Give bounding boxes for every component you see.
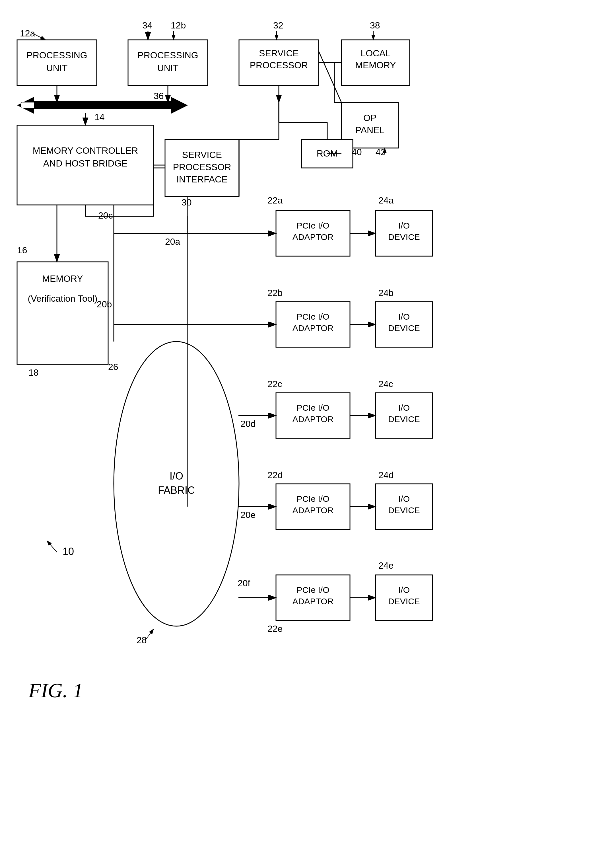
op-panel-label2: PANEL (355, 125, 385, 135)
sp-to-op (319, 51, 342, 102)
ref-34: 34 (142, 20, 152, 31)
ref-30: 30 (181, 197, 192, 208)
io-device-e-label: I/O (398, 585, 410, 595)
svg-line-8 (145, 629, 154, 640)
local-memory-label2: MEMORY (355, 60, 396, 70)
memory-vt-label: MEMORY (42, 273, 83, 284)
ref-22b: 22b (267, 288, 283, 298)
ref-16: 16 (17, 245, 27, 255)
ref-24a: 24a (379, 195, 394, 205)
spi-label3: INTERFACE (177, 174, 228, 184)
io-device-a-label: I/O (398, 221, 410, 230)
bus-arrow-left (17, 97, 34, 114)
spi-label: SERVICE (182, 150, 222, 160)
processing-unit-b-label: PROCESSING (137, 50, 198, 60)
spi-label2: PROCESSOR (173, 162, 231, 172)
ref-40: 40 (352, 147, 362, 157)
pcie-adaptor-e-label2: ADAPTOR (292, 596, 333, 606)
local-memory-label: LOCAL (361, 48, 391, 58)
ref-24d: 24d (379, 470, 393, 480)
ref-12b: 12b (171, 20, 186, 31)
ref-24e: 24e (379, 561, 393, 571)
io-device-c-label2: DEVICE (388, 415, 420, 424)
io-device-c-label: I/O (398, 403, 410, 412)
ref-18: 18 (28, 367, 39, 378)
ref-24b: 24b (379, 288, 393, 298)
processing-unit-a-label2: UNIT (46, 63, 68, 73)
bus-line (34, 101, 171, 109)
pcie-adaptor-c-label: PCIe I/O (296, 403, 329, 412)
ref-20e: 20e (240, 510, 255, 520)
ref-32: 32 (273, 20, 283, 31)
memory-vt-label2: (Verification Tool) (28, 294, 97, 304)
memory-controller-label: MEMORY CONTROLLER (33, 145, 138, 156)
ref-38: 38 (370, 20, 380, 31)
ref-22d: 22d (267, 470, 283, 480)
io-fabric-label2: FABRIC (158, 484, 195, 496)
ref-24c: 24c (379, 379, 393, 389)
io-device-b-label2: DEVICE (388, 323, 420, 333)
memory-controller-label2: AND HOST BRIDGE (43, 158, 127, 168)
ref-22e: 22e (267, 624, 283, 634)
io-device-e-label2: DEVICE (388, 596, 420, 606)
pcie-adaptor-d-label: PCIe I/O (296, 494, 329, 503)
ref-20f: 20f (237, 578, 251, 588)
svg-line-10 (47, 541, 57, 552)
pcie-adaptor-b-label: PCIe I/O (296, 312, 329, 321)
ref-20c: 20c (98, 210, 113, 221)
io-device-d-label2: DEVICE (388, 505, 420, 515)
io-device-d-label: I/O (398, 494, 410, 503)
ref-10: 10 (63, 546, 74, 557)
ref-22a: 22a (267, 195, 283, 205)
ref-22c: 22c (267, 379, 282, 389)
ref-14: 14 (94, 112, 105, 122)
pcie-adaptor-a-label: PCIe I/O (296, 221, 329, 230)
pcie-adaptor-e-label: PCIe I/O (296, 585, 329, 595)
io-device-b-label: I/O (398, 312, 410, 321)
op-panel-label: OP (363, 113, 376, 123)
ref-42: 42 (376, 147, 386, 157)
ref-20b: 20b (97, 299, 112, 309)
ref-26: 26 (108, 362, 118, 372)
processing-unit-a-label: PROCESSING (27, 50, 87, 60)
io-device-a-label2: DEVICE (388, 232, 420, 242)
pcie-adaptor-d-label2: ADAPTOR (292, 505, 333, 515)
service-processor-label: SERVICE (259, 48, 299, 58)
service-processor-label2: PROCESSOR (250, 60, 308, 70)
pcie-adaptor-b-label2: ADAPTOR (292, 323, 333, 333)
pcie-adaptor-a-label2: ADAPTOR (292, 232, 333, 242)
processing-unit-a-box (17, 40, 97, 86)
io-fabric-ellipse (114, 342, 239, 626)
fig-label: FIG. 1 (28, 679, 83, 702)
ref-36: 36 (154, 91, 164, 101)
processing-unit-b-label2: UNIT (157, 63, 179, 73)
pcie-adaptor-c-label2: ADAPTOR (292, 415, 333, 424)
ref-20a: 20a (165, 236, 180, 247)
processing-unit-b-box (128, 40, 208, 86)
ref-20d: 20d (240, 419, 255, 429)
io-fabric-label: I/O (169, 470, 183, 482)
